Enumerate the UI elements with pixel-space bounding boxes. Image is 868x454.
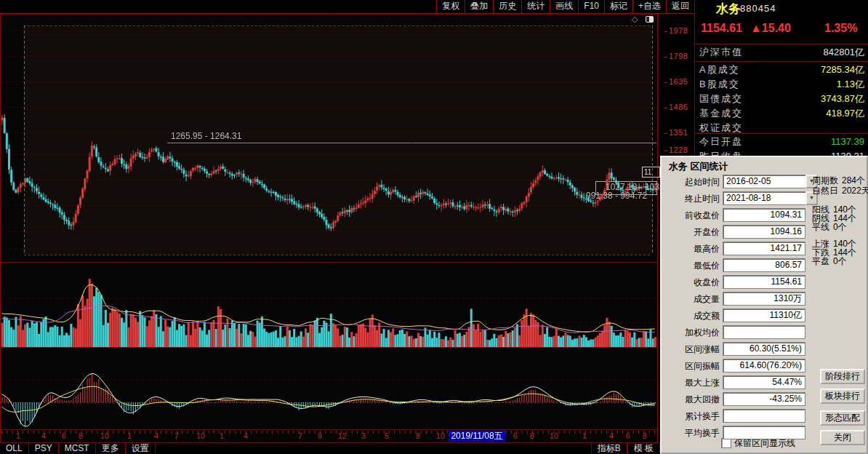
y-axis-label: 1228 [664,146,688,154]
field-input-成交量[interactable]: 1310万 [723,292,805,306]
menu-button-标记[interactable]: 标记 [604,0,632,13]
quote-row-value: 3743.87亿 [821,92,864,106]
field-label-开盘价: 开盘价 [663,226,720,239]
field-input-成交额[interactable]: 11310亿 [723,308,805,322]
y-axis-label: 1351 [664,128,688,137]
field-label-最大回撤: 最大回撤 [663,394,720,406]
field-label-成交量: 成交量 [663,293,720,306]
dialog-button-板块排行[interactable]: 板块排行 [820,389,865,404]
window-split-icon[interactable] [646,16,654,23]
quote-row-label: 基金成交 [699,106,743,121]
kline-chart-canvas[interactable] [0,14,658,442]
diamond-marker-icon[interactable]: ◇ [632,15,638,24]
x-axis-tick-label: 7 [174,431,179,440]
x-axis-tick-label: 4 [41,431,46,440]
indicator-tab-PSY[interactable]: PSY [29,443,59,454]
field-input-区间涨幅[interactable]: 60.30(5.51%) [723,342,805,356]
stat-value: 0个 [833,256,847,266]
field-label-成交额: 成交额 [663,310,720,322]
stock-name[interactable]: 水务 [716,1,741,17]
field-input-终止时间[interactable]: 2021-08-18 [723,191,818,205]
interval-statistics-dialog: 水务 区间统计 保留区间显示线 起始时间2016-02-05▼终止时间2021-… [660,156,868,454]
x-axis-tick-label: 1 [220,431,224,440]
field-label-收盘价: 收盘价 [663,276,720,289]
x-axis-tick-label: 10 [196,431,205,440]
price-change: ▲15.40 [750,22,791,35]
x-axis-tick-label: 4 [609,431,614,440]
indicator-tab-MCST[interactable]: MCST [59,443,96,454]
price-range-annotation-3: 991.38 - 994.72 [586,191,647,201]
menu-button-F10[interactable]: F10 [578,0,604,13]
field-input-开盘价[interactable]: 1094.16 [723,225,805,239]
status-right-tab-模 板[interactable]: 模 板 [627,443,660,454]
y-axis-label: 1978 [664,26,688,35]
status-bar-right-tabs: 指标B模 板 [591,443,660,454]
field-input-最低价[interactable]: 806.57 [723,258,805,272]
field-input-最大回撤[interactable]: -43.25% [723,392,805,406]
menu-button-历史[interactable]: 历史 [493,0,521,13]
menu-button-统计[interactable]: 统计 [521,0,550,13]
field-input-平均换手[interactable] [723,426,805,439]
x-axis-tick-label: 10 [100,431,109,440]
x-axis-tick-label: 6 [513,431,518,440]
quote-row: B股成交1.13亿 [695,77,868,92]
stat-value: 284个 [842,175,865,186]
field-label-最高价: 最高价 [663,243,720,255]
field-input-最大上涨[interactable]: 54.47% [723,375,805,389]
field-input-区间振幅[interactable]: 614.60(76.20%) [723,359,805,373]
keep-interval-lines-checkbox[interactable] [721,438,731,448]
y-axis-label: 1635 [664,77,688,86]
quote-row: 沪深市值842801亿 [695,45,868,60]
field-input-前收盘价[interactable]: 1094.31 [723,208,805,222]
last-price: 1154.61 [701,22,742,35]
field-input-收盘价[interactable]: 1154.61 [723,275,805,289]
field-label-起始时间: 起始时间 [663,176,720,188]
indicator-tab-OLL[interactable]: OLL [0,443,29,454]
quote-row: 基金成交418.97亿 [695,106,868,121]
field-input-累计换手[interactable] [723,409,805,423]
panel-separator [695,133,868,134]
quote-row-label: B股成交 [699,77,740,92]
panel-separator [695,44,868,44]
menu-button-画线[interactable]: 画线 [550,0,578,13]
dialog-title: 水务 区间统计 [669,160,728,173]
menu-button-返回[interactable]: 返回 [666,0,695,13]
x-axis-tick-label: 1 [582,431,587,440]
status-right-tab-指标B[interactable]: 指标B [591,443,627,454]
x-axis-tick-label: 1 [16,431,20,440]
x-axis-tick-label: 1 [127,431,132,440]
panel-separator [695,61,868,62]
quote-row-label: 今日开盘 [699,135,743,149]
menu-button-+自选[interactable]: +自选 [632,0,666,13]
x-axis-tick-label: 3 [361,431,366,440]
x-axis-tick-label: 12 [338,431,347,440]
dialog-button-关闭[interactable]: 关闭 [820,430,865,445]
top-menu-bar: 复权叠加历史统计画线F10标记+自选返回 [0,0,695,14]
x-axis-tick-label: 8 [416,431,420,440]
field-input-加权均价[interactable] [723,325,805,339]
stat-label: 平线 [812,222,829,232]
indicator-tab-更多[interactable]: 更多 [96,443,126,454]
field-input-起始时间[interactable]: 2016-02-05 [723,175,818,188]
highlighted-date-label[interactable]: 2019/11/08五 [449,431,505,442]
menu-button-叠加[interactable]: 叠加 [465,0,493,13]
x-axis-tick-label: 7 [298,431,302,440]
quote-row: 国债成交3743.87亿 [695,92,868,106]
quote-row-value: 842801亿 [824,45,864,60]
indicator-tab-设置[interactable]: 设置 [126,443,156,454]
field-label-区间涨幅: 区间涨幅 [663,343,720,356]
dialog-button-阶段排行[interactable]: 阶段排行 [820,369,865,384]
stat-label: 周期数 [812,175,838,186]
field-input-最高价[interactable]: 1421.17 [723,242,805,255]
dialog-button-形态匹配[interactable]: 形态匹配 [820,410,865,426]
quote-row-value: 1137.39 [831,135,864,149]
field-label-加权均价: 加权均价 [663,327,720,339]
quote-row-value: 418.97亿 [826,106,864,121]
quote-row-value: 1.13亿 [837,77,864,92]
field-label-终止时间: 终止时间 [663,193,720,205]
stat-value: 0个 [833,222,847,232]
x-axis-tick-label: 4 [244,431,248,440]
x-axis-tick-label: 10 [436,431,445,440]
x-axis-tick-label: 4 [154,431,158,440]
menu-button-复权[interactable]: 复权 [436,0,465,13]
